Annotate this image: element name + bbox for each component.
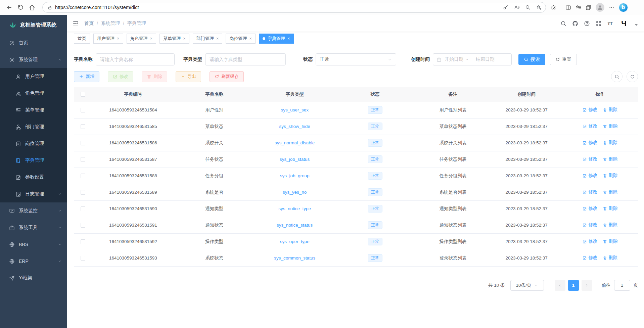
date-end-placeholder[interactable]: 结束日期: [476, 56, 495, 62]
sidebar-item-系统监控[interactable]: 系统监控: [0, 202, 67, 219]
dict-name-input[interactable]: [96, 53, 175, 65]
tab-close-icon[interactable]: ×: [249, 36, 252, 41]
toggle-search-button[interactable]: [611, 71, 623, 82]
row-checkbox[interactable]: [81, 108, 85, 112]
date-range-input[interactable]: 开始日期 - 结束日期: [433, 53, 512, 65]
tab-部门管理[interactable]: 部门管理×: [193, 34, 223, 44]
read-aloud-icon[interactable]: [514, 5, 519, 10]
row-edit-button[interactable]: 修改: [583, 173, 597, 179]
cell-dict-type-link[interactable]: sys_normal_disable: [275, 140, 315, 145]
row-delete-button[interactable]: 删除: [603, 123, 617, 129]
date-start-placeholder[interactable]: 开始日期: [445, 56, 463, 62]
row-checkbox[interactable]: [81, 206, 85, 211]
browser-reload-icon[interactable]: [15, 2, 26, 13]
add-favorite-icon[interactable]: [536, 5, 542, 10]
row-edit-button[interactable]: 修改: [583, 123, 597, 129]
split-screen-icon[interactable]: [565, 5, 571, 10]
sidebar-item-参数设置[interactable]: 参数设置: [0, 169, 67, 186]
breadcrumb-home[interactable]: 首页: [84, 20, 94, 27]
browser-home-icon[interactable]: [26, 2, 38, 13]
tab-close-icon[interactable]: ×: [287, 36, 290, 41]
cell-dict-type-link[interactable]: sys_notice_type: [278, 206, 311, 211]
sidebar-item-用户管理[interactable]: 用户管理: [0, 68, 67, 85]
cell-dict-type-link[interactable]: sys_notice_status: [277, 223, 313, 228]
cell-dict-type-link[interactable]: sys_job_group: [280, 173, 310, 178]
tab-首页[interactable]: 首页: [74, 34, 90, 44]
row-delete-button[interactable]: 删除: [603, 238, 617, 244]
sidebar-item-首页[interactable]: 首页: [0, 35, 67, 51]
row-delete-button[interactable]: 删除: [603, 222, 617, 228]
bing-chat-icon[interactable]: b: [619, 3, 628, 12]
row-checkbox[interactable]: [81, 239, 85, 244]
search-button[interactable]: 搜索: [518, 54, 545, 65]
extensions-icon[interactable]: [551, 5, 556, 10]
row-checkbox[interactable]: [81, 174, 85, 178]
collections-icon[interactable]: [586, 5, 591, 10]
lock-icon[interactable]: [47, 5, 52, 10]
tab-close-icon[interactable]: ×: [183, 36, 186, 41]
tab-岗位管理[interactable]: 岗位管理×: [226, 34, 256, 44]
sidebar-item-角色管理[interactable]: 角色管理: [0, 85, 67, 102]
page-size-select[interactable]: 10条/页: [510, 280, 544, 291]
sidebar-item-ERP[interactable]: ERP: [0, 253, 67, 270]
row-delete-button[interactable]: 删除: [603, 140, 617, 146]
sidebar-item-系统管理[interactable]: 系统管理: [0, 51, 67, 68]
sidebar-item-BBS[interactable]: BBS: [0, 236, 67, 253]
cell-dict-type-link[interactable]: sys_job_status: [280, 157, 310, 162]
chevron-down-icon[interactable]: [635, 24, 638, 26]
sidebar-item-字典管理[interactable]: 字典管理: [0, 152, 67, 169]
cell-dict-type-link[interactable]: sys_user_sex: [281, 107, 309, 112]
font-size-icon[interactable]: тT: [607, 20, 612, 26]
export-button[interactable]: 导出: [176, 71, 201, 82]
fullscreen-icon[interactable]: [596, 20, 602, 27]
sidebar-toggle-icon[interactable]: [73, 20, 79, 27]
browser-back-icon[interactable]: [3, 2, 15, 13]
select-all-checkbox[interactable]: [81, 92, 85, 97]
cell-dict-type-link[interactable]: sys_show_hide: [279, 124, 310, 129]
row-edit-button[interactable]: 修改: [583, 255, 597, 261]
current-page[interactable]: 1: [568, 280, 579, 291]
tab-用户管理[interactable]: 用户管理×: [93, 34, 123, 44]
dict-type-input[interactable]: [205, 53, 286, 65]
refresh-table-button[interactable]: [627, 71, 638, 82]
favorites-icon[interactable]: [576, 5, 581, 10]
row-delete-button[interactable]: 删除: [603, 107, 617, 113]
tab-角色管理[interactable]: 角色管理×: [127, 34, 156, 44]
sidebar-item-岗位管理[interactable]: 岗位管理: [0, 135, 67, 152]
password-manager-icon[interactable]: [503, 5, 508, 10]
sidebar-item-系统工具[interactable]: 系统工具: [0, 219, 67, 236]
url-text[interactable]: https://ccnetcore.com:1101/system/dict: [55, 5, 503, 10]
row-edit-button[interactable]: 修改: [583, 205, 597, 212]
row-checkbox[interactable]: [81, 141, 85, 145]
breadcrumb-system[interactable]: 系统管理: [101, 20, 120, 27]
browser-menu-icon[interactable]: [609, 5, 614, 10]
cell-dict-type-link[interactable]: sys_yes_no: [283, 190, 307, 195]
tab-菜单管理[interactable]: 菜单管理×: [159, 34, 189, 44]
row-checkbox[interactable]: [81, 157, 85, 162]
tab-close-icon[interactable]: ×: [117, 36, 120, 41]
status-select[interactable]: 正常: [316, 53, 396, 65]
goto-page-input[interactable]: [614, 280, 630, 291]
address-bar[interactable]: https://ccnetcore.com:1101/system/dict: [42, 2, 546, 13]
row-checkbox[interactable]: [81, 190, 85, 195]
row-delete-button[interactable]: 删除: [603, 173, 617, 179]
sidebar-item-日志管理[interactable]: 日志管理: [0, 186, 67, 202]
tab-close-icon[interactable]: ×: [150, 36, 153, 41]
row-edit-button[interactable]: 修改: [583, 107, 597, 113]
sidebar-item-部门管理[interactable]: 部门管理: [0, 119, 67, 135]
sidebar-item-菜单管理[interactable]: 菜单管理: [0, 102, 67, 119]
sidebar-item-Yi框架[interactable]: Yi框架: [0, 270, 67, 286]
user-avatar[interactable]: Ч: [618, 18, 629, 29]
reset-button[interactable]: 重置: [550, 54, 577, 65]
refresh-cache-button[interactable]: 刷新缓存: [210, 71, 244, 82]
zoom-out-icon[interactable]: [525, 5, 531, 10]
row-delete-button[interactable]: 删除: [603, 156, 617, 162]
header-search-icon[interactable]: [560, 20, 566, 27]
row-checkbox[interactable]: [81, 124, 85, 129]
row-checkbox[interactable]: [81, 223, 85, 228]
row-edit-button[interactable]: 修改: [583, 156, 597, 162]
edit-button[interactable]: 修改: [108, 71, 133, 82]
github-icon[interactable]: [572, 20, 578, 27]
prev-page-button[interactable]: [555, 280, 565, 291]
tab-字典管理[interactable]: 字典管理×: [259, 34, 294, 44]
